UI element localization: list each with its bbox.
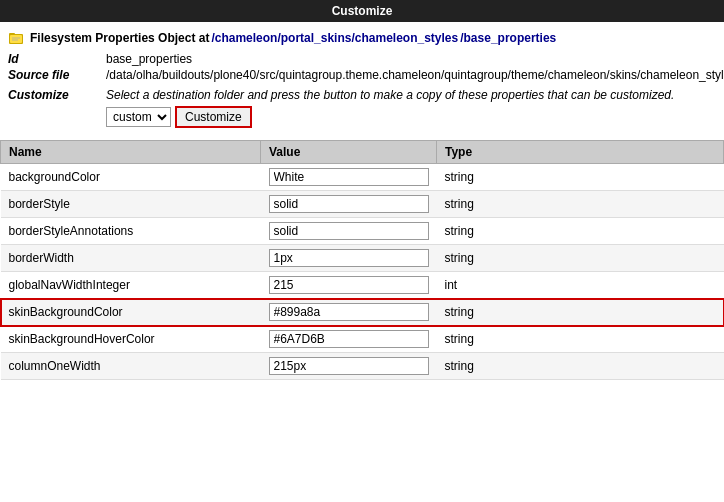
property-name: backgroundColor	[1, 164, 261, 191]
properties-table: Name Value Type backgroundColorstringbor…	[0, 140, 724, 380]
property-type: string	[437, 218, 724, 245]
property-value-cell	[261, 353, 437, 380]
property-name: columnOneWidth	[1, 353, 261, 380]
property-value-cell	[261, 164, 437, 191]
property-value-cell	[261, 245, 437, 272]
property-value-cell	[261, 191, 437, 218]
property-name: skinBackgroundColor	[1, 299, 261, 326]
property-value-input[interactable]	[269, 357, 429, 375]
property-value-input[interactable]	[269, 168, 429, 186]
source-file-value: /data/olha/buildouts/plone40/src/quintag…	[106, 68, 724, 82]
meta-section: Id base_properties Source file /data/olh…	[0, 50, 724, 86]
destination-folder-select[interactable]: custom	[106, 107, 171, 127]
customize-section: Customize Select a destination folder an…	[0, 86, 724, 136]
table-row: borderStyleAnnotationsstring	[1, 218, 724, 245]
customize-label: Customize	[8, 88, 98, 102]
source-file-row: Source file /data/olha/buildouts/plone40…	[8, 68, 716, 82]
table-row: skinBackgroundHoverColorstring	[1, 326, 724, 353]
property-value-cell	[261, 272, 437, 299]
table-row: columnOneWidthstring	[1, 353, 724, 380]
property-name: borderStyle	[1, 191, 261, 218]
title-label: Customize	[332, 4, 393, 18]
customize-controls: custom Customize	[106, 106, 716, 128]
filesystem-icon	[8, 30, 24, 46]
property-name: globalNavWidthInteger	[1, 272, 261, 299]
property-value-input[interactable]	[269, 330, 429, 348]
svg-rect-2	[10, 35, 22, 43]
source-file-label: Source file	[8, 68, 98, 82]
breadcrumb-path-link[interactable]: /chameleon/portal_skins/chameleon_styles	[211, 31, 458, 45]
property-type: string	[437, 245, 724, 272]
property-value-input[interactable]	[269, 276, 429, 294]
breadcrumb: Filesystem Properties Object at /chamele…	[0, 22, 724, 50]
property-type: string	[437, 191, 724, 218]
id-value: base_properties	[106, 52, 192, 66]
table-row: backgroundColorstring	[1, 164, 724, 191]
table-row: borderWidthstring	[1, 245, 724, 272]
customize-row: Customize Select a destination folder an…	[8, 88, 716, 102]
customize-button[interactable]: Customize	[175, 106, 252, 128]
property-name: borderStyleAnnotations	[1, 218, 261, 245]
breadcrumb-prefix: Filesystem Properties Object at	[30, 31, 209, 45]
property-value-cell	[261, 326, 437, 353]
title-bar: Customize	[0, 0, 724, 22]
column-header-type: Type	[437, 141, 724, 164]
id-row: Id base_properties	[8, 52, 716, 66]
customize-description: Select a destination folder and press th…	[106, 88, 674, 102]
column-header-name: Name	[1, 141, 261, 164]
property-type: string	[437, 326, 724, 353]
table-header-row: Name Value Type	[1, 141, 724, 164]
breadcrumb-file-link[interactable]: /base_properties	[460, 31, 556, 45]
property-value-cell	[261, 299, 437, 326]
property-type: int	[437, 272, 724, 299]
property-name: skinBackgroundHoverColor	[1, 326, 261, 353]
table-row: borderStylestring	[1, 191, 724, 218]
table-row: skinBackgroundColorstring	[1, 299, 724, 326]
property-name: borderWidth	[1, 245, 261, 272]
property-value-input[interactable]	[269, 303, 429, 321]
property-value-input[interactable]	[269, 195, 429, 213]
table-row: globalNavWidthIntegerint	[1, 272, 724, 299]
property-type: string	[437, 353, 724, 380]
property-type: string	[437, 164, 724, 191]
property-value-input[interactable]	[269, 222, 429, 240]
id-label: Id	[8, 52, 98, 66]
property-type: string	[437, 299, 724, 326]
column-header-value: Value	[261, 141, 437, 164]
property-value-cell	[261, 218, 437, 245]
property-value-input[interactable]	[269, 249, 429, 267]
